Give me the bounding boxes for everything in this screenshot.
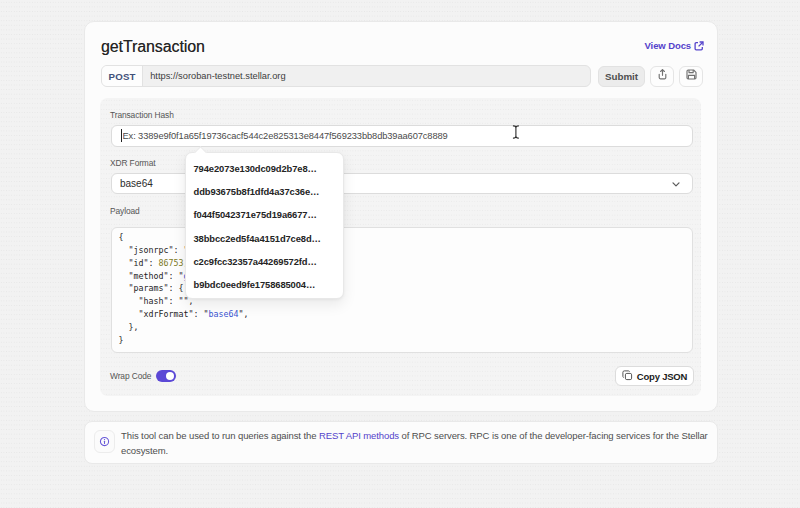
info-iconbox: [94, 430, 115, 453]
url-row: POST https://soroban-testnet.stellar.org…: [101, 65, 703, 87]
dropdown-item[interactable]: 38bbcc2ed5f4a4151d7ce8d…: [186, 227, 343, 250]
dropdown-item[interactable]: c2c9fcc32357a44269572fd…: [186, 250, 343, 273]
dropdown-item[interactable]: 794e2073e130dc09d2b7e8…: [186, 157, 343, 180]
copy-json-button[interactable]: Copy JSON: [615, 366, 694, 386]
payload-label: Payload: [110, 206, 140, 216]
external-link-icon: [694, 41, 704, 51]
code-line: },: [119, 321, 693, 334]
info-icon: [99, 433, 110, 451]
page: { "endpoint": { "title": "getTransaction…: [0, 0, 800, 508]
url-group: POST https://soroban-testnet.stellar.org: [101, 65, 591, 87]
text-caret: [121, 129, 122, 142]
ibeam-cursor: [512, 125, 520, 143]
hash-suggestions-dropdown: 794e2073e130dc09d2b7e8…ddb93675b8f1dfd4a…: [185, 152, 344, 299]
code-line: "xdrFormat": "base64",: [119, 308, 693, 321]
rest-api-methods-link[interactable]: REST API methods: [319, 430, 399, 441]
submit-button[interactable]: Submit: [598, 66, 645, 87]
copy-json-label: Copy JSON: [637, 371, 687, 382]
share-button[interactable]: [650, 66, 674, 87]
dropdown-item[interactable]: b9bdc0eed9fe1758685004…: [186, 273, 343, 296]
code-line: }: [119, 334, 693, 347]
dropdown-item[interactable]: ddb93675b8f1dfd4a37c36e…: [186, 180, 343, 203]
wrap-code-label: Wrap Code: [110, 371, 151, 381]
info-note-text: This tool can be used to run queries aga…: [121, 429, 713, 458]
method-badge: POST: [102, 66, 143, 86]
endpoint-card: getTransaction View Docs POST https://so…: [84, 21, 718, 412]
chevron-down-icon: [672, 182, 680, 187]
endpoint-url: https://soroban-testnet.stellar.org: [143, 66, 285, 86]
hash-label: Transaction Hash: [110, 110, 174, 120]
view-docs-label: View Docs: [645, 40, 691, 51]
save-icon: [685, 67, 698, 85]
xdr-format-label: XDR Format: [110, 158, 156, 168]
share-upload-icon: [656, 67, 669, 85]
toggle-knob: [166, 372, 174, 380]
xdr-format-value: base64: [120, 178, 153, 189]
page-title: getTransaction: [101, 38, 205, 56]
wrap-code-toggle[interactable]: [156, 370, 176, 382]
info-text-before: This tool can be used to run queries aga…: [121, 430, 319, 441]
transaction-hash-input[interactable]: [111, 125, 693, 147]
save-button[interactable]: [679, 66, 703, 87]
copy-icon: [622, 370, 633, 383]
wrap-code-row: Wrap Code: [110, 364, 176, 388]
view-docs-link[interactable]: View Docs: [645, 40, 704, 51]
info-note-card: This tool can be used to run queries aga…: [84, 421, 718, 464]
dropdown-item[interactable]: f044f5042371e75d19a6677…: [186, 203, 343, 226]
